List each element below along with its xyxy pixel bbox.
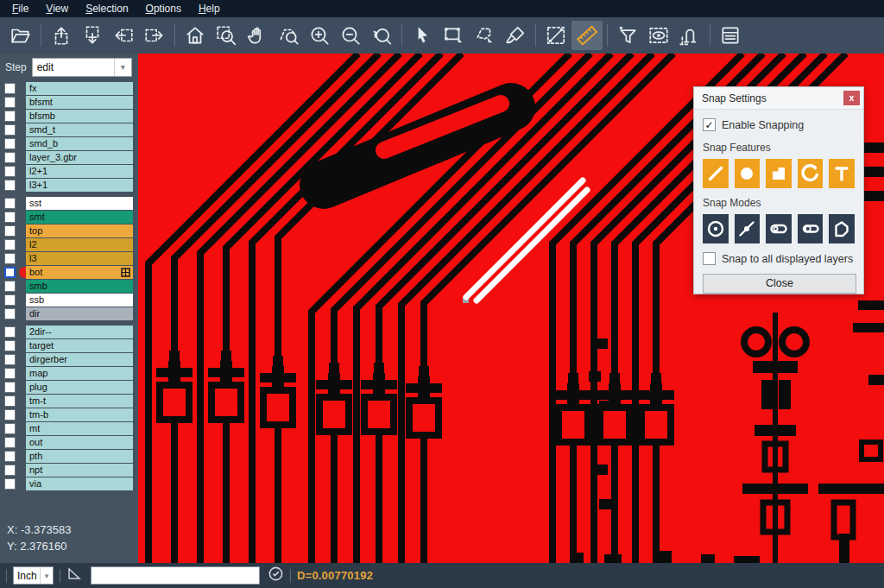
- layer-visibility-checkbox[interactable]: [4, 326, 16, 338]
- layer-row-smb[interactable]: smb: [0, 280, 138, 293]
- nudge-right-button[interactable]: [139, 21, 170, 50]
- command-input[interactable]: [91, 566, 260, 585]
- menu-view[interactable]: View: [37, 0, 77, 17]
- layer-visibility-checkbox[interactable]: [4, 253, 16, 264]
- zoom-in-button[interactable]: [304, 21, 335, 50]
- enable-snapping-checkbox[interactable]: ✓: [703, 118, 716, 131]
- layer-row-map[interactable]: map: [0, 367, 138, 380]
- layer-row-ssb[interactable]: ssb: [0, 294, 138, 307]
- open-folder-button[interactable]: [5, 21, 36, 50]
- layer-row-bot[interactable]: bot: [0, 266, 138, 279]
- dialog-title-bar[interactable]: Snap Settings x: [694, 87, 863, 110]
- layer-row-top[interactable]: top: [0, 224, 138, 237]
- menu-file[interactable]: File: [3, 0, 37, 17]
- filter-button[interactable]: [612, 21, 643, 50]
- layer-visibility-checkbox[interactable]: [4, 395, 16, 407]
- snap-arc-button[interactable]: [798, 159, 824, 188]
- home-button[interactable]: [180, 21, 211, 50]
- select-lasso-button[interactable]: [469, 21, 500, 50]
- measure-line-button[interactable]: [540, 21, 571, 50]
- layer-row-l3[interactable]: l3: [0, 252, 138, 265]
- view-eye-button[interactable]: [643, 21, 674, 50]
- layer-row-npt[interactable]: npt: [0, 464, 138, 477]
- layer-visibility-checkbox[interactable]: [4, 382, 16, 393]
- select-rect-button[interactable]: [438, 21, 469, 50]
- snap-magnet-button[interactable]: [674, 21, 705, 50]
- layer-row-layer_3.gbr[interactable]: layer_3.gbr: [0, 151, 138, 164]
- layer-visibility-checkbox[interactable]: [4, 281, 16, 292]
- unit-dropdown[interactable]: Inch ▾: [13, 566, 54, 585]
- zoom-area-button[interactable]: [211, 21, 242, 50]
- layer-visibility-checkbox[interactable]: [4, 239, 16, 250]
- layer-row-plug[interactable]: plug: [0, 381, 138, 394]
- nudge-up-button[interactable]: [46, 21, 77, 50]
- brush-button[interactable]: [500, 21, 531, 50]
- layer-visibility-checkbox[interactable]: [4, 138, 16, 149]
- layer-row-target[interactable]: target: [0, 339, 138, 352]
- layer-row-bfsmb[interactable]: bfsmb: [0, 110, 138, 123]
- layer-row-l2[interactable]: l2: [0, 238, 138, 251]
- layer-visibility-checkbox[interactable]: [4, 465, 16, 476]
- sync-icon[interactable]: [268, 566, 284, 585]
- mode-slot-outline-button[interactable]: [798, 214, 824, 243]
- mode-contour-button[interactable]: [829, 214, 855, 243]
- layer-row-via[interactable]: via: [0, 477, 138, 490]
- layer-visibility-checkbox[interactable]: [4, 225, 16, 237]
- layer-row-smd_b[interactable]: smd_b: [0, 137, 138, 150]
- layer-visibility-checkbox[interactable]: [4, 267, 16, 278]
- nudge-left-button[interactable]: [108, 21, 139, 50]
- layer-visibility-checkbox[interactable]: [4, 124, 16, 136]
- ruler-button[interactable]: [571, 21, 603, 50]
- zoom-undo-button[interactable]: [366, 21, 397, 50]
- layer-visibility-checkbox[interactable]: [4, 478, 16, 490]
- menu-help[interactable]: Help: [190, 0, 229, 17]
- mode-midpoint-button[interactable]: [735, 214, 761, 243]
- layer-visibility-checkbox[interactable]: [4, 180, 16, 191]
- dialog-close-icon[interactable]: x: [843, 91, 860, 105]
- layer-row-sst[interactable]: sst: [0, 197, 138, 210]
- layer-row-l2+1[interactable]: l2+1: [0, 165, 138, 178]
- menu-selection[interactable]: Selection: [77, 0, 136, 17]
- mode-slot-filled-button[interactable]: [766, 214, 792, 243]
- layer-visibility-checkbox[interactable]: [4, 212, 16, 223]
- menu-options[interactable]: Options: [137, 0, 190, 17]
- layer-row-smt[interactable]: smt: [0, 211, 138, 224]
- nudge-down-button[interactable]: [77, 21, 108, 50]
- layer-visibility-checkbox[interactable]: [4, 409, 16, 420]
- layer-row-dir[interactable]: dir: [0, 307, 138, 320]
- snap-line-button[interactable]: [703, 159, 729, 188]
- layer-visibility-checkbox[interactable]: [4, 451, 16, 462]
- layer-row-tm-b[interactable]: tm-b: [0, 408, 138, 421]
- snap-surface-button[interactable]: [766, 159, 792, 188]
- layer-row-pth[interactable]: pth: [0, 450, 138, 463]
- grid-icon[interactable]: [121, 268, 130, 279]
- layer-visibility-checkbox[interactable]: [4, 354, 16, 365]
- layer-row-l3+1[interactable]: l3+1: [0, 179, 138, 192]
- snap-pad-button[interactable]: [735, 159, 761, 188]
- layer-visibility-checkbox[interactable]: [4, 97, 16, 108]
- layer-row-fx[interactable]: fx: [0, 82, 138, 95]
- zoom-out-button[interactable]: [335, 21, 366, 50]
- panels-button[interactable]: [715, 21, 746, 50]
- layer-visibility-checkbox[interactable]: [4, 166, 16, 177]
- layer-visibility-checkbox[interactable]: [4, 368, 16, 379]
- layer-visibility-checkbox[interactable]: [4, 83, 16, 94]
- zoom-shape-button[interactable]: [273, 21, 304, 50]
- mode-center-button[interactable]: [703, 214, 729, 243]
- layer-visibility-checkbox[interactable]: [4, 198, 16, 209]
- layer-visibility-checkbox[interactable]: [4, 340, 16, 351]
- layer-row-mt[interactable]: mt: [0, 422, 138, 435]
- layer-visibility-checkbox[interactable]: [4, 111, 16, 122]
- snap-text-button[interactable]: [829, 159, 855, 188]
- layer-visibility-checkbox[interactable]: [4, 437, 16, 448]
- layer-row-smd_t[interactable]: smd_t: [0, 123, 138, 136]
- select-arrow-button[interactable]: [407, 21, 438, 50]
- layer-row-out[interactable]: out: [0, 436, 138, 449]
- close-button[interactable]: Close: [703, 274, 856, 294]
- layer-visibility-checkbox[interactable]: [4, 152, 16, 163]
- layer-row-bfsmt[interactable]: bfsmt: [0, 96, 138, 109]
- step-dropdown[interactable]: edit ▾: [32, 58, 132, 77]
- layer-row-dirgerber[interactable]: dirgerber: [0, 353, 138, 366]
- layer-visibility-checkbox[interactable]: [4, 308, 16, 319]
- layer-visibility-checkbox[interactable]: [4, 423, 16, 434]
